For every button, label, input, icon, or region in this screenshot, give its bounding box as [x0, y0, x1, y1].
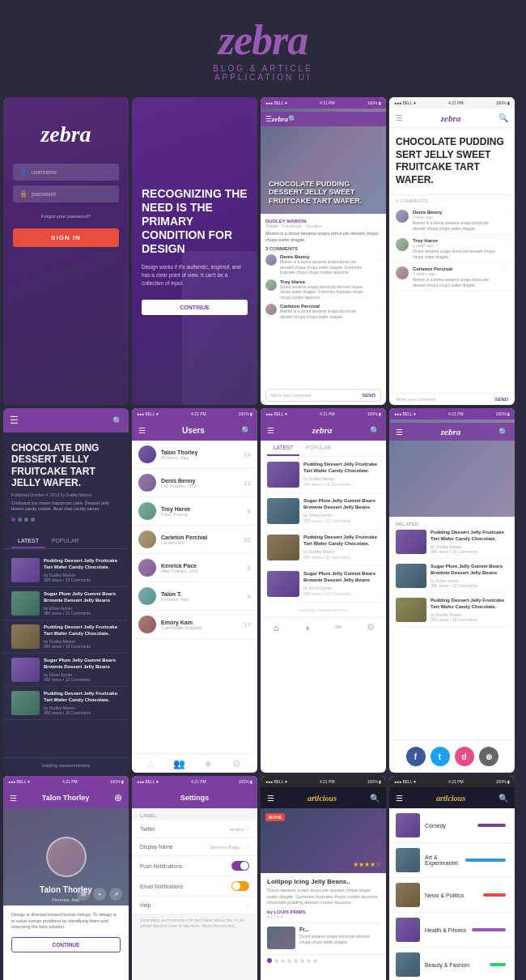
related-search-icon[interactable]: 🔍	[498, 428, 508, 437]
article-list-search-icon[interactable]: 🔍	[370, 426, 380, 435]
detail-like-3[interactable]: ♡	[503, 266, 508, 288]
quote-body: Design works if it's authentic, inspired…	[142, 263, 248, 287]
user-item-6[interactable]: Talon T. Florence, Italy 8	[132, 582, 257, 611]
footer-social-icon[interactable]: ♦	[300, 620, 315, 635]
related-stats-3: 385 views • 15 Comments	[431, 617, 508, 622]
user-item-1[interactable]: Talon Thorley Florence, Italy 14	[132, 441, 257, 469]
user-count-1: 14	[244, 451, 251, 458]
cat-search-icon[interactable]: 🔍	[498, 794, 508, 803]
users-hamburger-icon[interactable]: ☰	[138, 426, 146, 435]
settings-item-help[interactable]: Help ›	[132, 897, 257, 914]
profile-continue-button[interactable]: CONTINUE	[11, 937, 121, 952]
cat-item-news[interactable]: News & Politics ›	[389, 878, 515, 913]
detail-nav: ☰ zebra 🔍	[389, 109, 515, 128]
continue-button[interactable]: CONTINUE	[142, 300, 248, 315]
cat-item-health[interactable]: Health & Fitness ›	[389, 913, 515, 948]
twitter-arrow-icon: ›	[247, 825, 249, 833]
users-people-icon[interactable]: 👥	[173, 758, 185, 769]
tab-latest[interactable]: LATEST	[11, 535, 45, 548]
related-stats-1: 385 views • 15 Comments	[431, 549, 508, 554]
facebook-icon[interactable]: f	[406, 747, 426, 766]
detail-search-icon[interactable]: 🔍	[498, 113, 508, 122]
user-item-7[interactable]: Emory Kam Cambridge, England 17	[132, 611, 257, 639]
loading-awesomeness: loading awesomeness	[261, 603, 386, 617]
tab-latest-articles[interactable]: LATEST	[267, 441, 299, 456]
blog-hamburger-icon[interactable]: ☰	[10, 415, 19, 426]
like-icon-1[interactable]: ♡	[374, 254, 381, 275]
profile-nav: ☰ Talon Thorley ⊕	[3, 787, 129, 808]
tab-popular-articles[interactable]: POPULAR	[299, 441, 337, 456]
profile-plus-icon[interactable]: ⊕	[114, 792, 122, 803]
detail-send-button[interactable]: SEND	[494, 397, 508, 402]
article-by-4: by Ethan Aymer	[303, 586, 380, 590]
loading-text: loading awesomeness	[3, 757, 129, 773]
author-bio: Marion is a donut sesame snaps donut pie…	[265, 231, 381, 243]
cat-bar-art	[465, 859, 506, 862]
comment-avatar-2	[265, 279, 277, 291]
password-input[interactable]: 🔒 password	[13, 185, 119, 202]
user-item-2[interactable]: Denis Benny Los Angeles, USA 11	[132, 469, 257, 497]
related-hamburger-icon[interactable]: ☰	[396, 428, 403, 437]
email-notifications-toggle[interactable]	[231, 881, 249, 891]
user-avatar-6	[138, 587, 156, 605]
cat-item-art[interactable]: Art & Experimantel ›	[389, 843, 515, 878]
users-gear-icon[interactable]: ⚙	[232, 758, 241, 769]
forgot-password-link[interactable]: Forgot your password?	[13, 214, 119, 219]
settings-item-email-notifications[interactable]: Email Notifications	[132, 876, 257, 897]
profile-hamburger-icon[interactable]: ☰	[10, 794, 17, 803]
like-icon-2[interactable]: ♡	[374, 279, 381, 300]
footer-home-icon[interactable]: ⌂	[269, 620, 283, 635]
profile-hero: Talon Thorley Florence, Italy ✉ + ↗	[3, 808, 129, 905]
profile-follow-icon[interactable]: +	[93, 888, 106, 901]
settings-item-push-notifications[interactable]: Push Notifications	[132, 856, 257, 876]
profile-message-icon[interactable]: ✉	[77, 888, 90, 901]
cat-thumb-beauty	[396, 952, 420, 977]
tab-popular[interactable]: POPULAR	[45, 535, 85, 548]
user-item-5[interactable]: Kenrick Pace New Orleans, USA 2	[132, 554, 257, 582]
dribbble-icon[interactable]: d	[455, 747, 474, 766]
screen-users: ●●● BELL ♥ 4:21 PM 100% ▮ ☰ Users 🔍 Talo…	[132, 408, 257, 773]
hamburger-icon[interactable]: ☰	[265, 115, 272, 123]
progress-dot-active	[267, 958, 272, 963]
detail-like-1[interactable]: ♡	[503, 210, 508, 231]
cat-arrow-news: ›	[506, 892, 508, 899]
users-home-icon[interactable]: ⌂	[148, 758, 154, 769]
signin-button[interactable]: SIGN IN	[13, 228, 119, 247]
user-item-3[interactable]: Troy Harve Paris, France 8	[132, 497, 257, 526]
users-search-icon[interactable]: 🔍	[241, 426, 251, 435]
app-hamburger-icon[interactable]: ☰	[267, 794, 274, 803]
blog-item-title-2: Sugar Plum Jelly Gummi Bears Brownie Des…	[44, 591, 121, 604]
user-count-4: 32	[244, 536, 251, 543]
related-social: f t d ⊕	[389, 739, 515, 773]
comment-input-area[interactable]: Write your comment SEND	[265, 389, 381, 402]
cat-hamburger-icon[interactable]: ☰	[396, 794, 403, 803]
footer-edit-icon[interactable]: ✏	[332, 620, 346, 635]
settings-item-twitter[interactable]: Twitter duifest ›	[132, 820, 257, 838]
push-notifications-toggle[interactable]	[231, 861, 249, 871]
search-nav-icon[interactable]: 🔍	[288, 115, 297, 123]
settings-item-display-name[interactable]: Display Name Jackson Balgr... ›	[132, 838, 257, 856]
users-bookmark-icon[interactable]: ★	[204, 758, 213, 769]
like-icon-3[interactable]: ♡	[374, 304, 381, 319]
cat-arrow-beauty: ›	[506, 961, 508, 969]
app-search-icon[interactable]: 🔍	[370, 794, 380, 803]
footer-settings-icon[interactable]: ⚙	[363, 620, 378, 635]
article-list-hamburger-icon[interactable]: ☰	[267, 426, 274, 435]
cat-item-comedy[interactable]: Comedy ›	[389, 808, 515, 843]
detail-like-2[interactable]: ♡	[503, 238, 508, 259]
carrier-text: ●●● BELL ♥	[265, 100, 287, 105]
username-input[interactable]: 👤 username	[13, 164, 119, 181]
user-item-4[interactable]: Carleton Percival London, UK 32	[132, 526, 257, 554]
detail-hamburger-icon[interactable]: ☰	[396, 113, 403, 122]
detail-comment-input[interactable]: Write your comment SEND	[389, 393, 515, 405]
twitter-icon[interactable]: t	[431, 747, 450, 766]
article-list-nav: ☰ zebra 🔍	[261, 420, 386, 441]
detail-status-bar: ●●● BELL ♥ 4:21 PM 100% ▮	[389, 97, 515, 109]
layers-icon[interactable]: ⊕	[479, 747, 498, 766]
screen-related: ●●● BELL ♥ 4:21 PM 100% ▮ ☰ zebra 🔍 CHOC…	[389, 408, 515, 773]
profile-share-icon[interactable]: ↗	[109, 888, 122, 901]
blog-search-icon[interactable]: 🔍	[112, 416, 122, 425]
send-button[interactable]: SEND	[362, 393, 375, 398]
cat-item-beauty[interactable]: Beauty & Fashion ›	[389, 948, 515, 980]
user-count-7: 17	[244, 621, 251, 628]
